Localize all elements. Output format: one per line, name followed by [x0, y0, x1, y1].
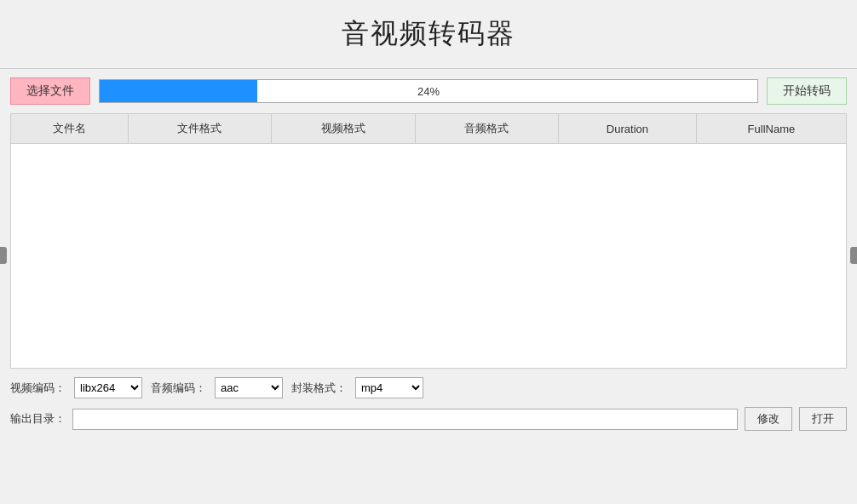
- col-header-file-format: 文件格式: [128, 114, 271, 144]
- codec-row: 视频编码： libx264 libx265 mpeg4 vp9 音频编码： aa…: [10, 377, 847, 398]
- output-dir-label: 输出目录：: [10, 411, 66, 427]
- start-transcode-button[interactable]: 开始转码: [767, 77, 847, 105]
- bottom-controls: 视频编码： libx264 libx265 mpeg4 vp9 音频编码： aa…: [0, 369, 857, 436]
- col-header-fullname: FullName: [696, 114, 846, 144]
- video-codec-select[interactable]: libx264 libx265 mpeg4 vp9: [74, 377, 142, 398]
- select-file-button[interactable]: 选择文件: [10, 77, 90, 105]
- output-row: 输出目录： 修改 打开: [10, 407, 847, 431]
- audio-codec-select[interactable]: aac mp3 opus flac: [215, 377, 283, 398]
- progress-text: 24%: [100, 80, 757, 102]
- video-codec-label: 视频编码：: [10, 381, 66, 396]
- table-header-row: 文件名 文件格式 视频格式 音频格式 Duration FullName: [11, 114, 846, 144]
- container-label: 封装格式：: [291, 381, 347, 396]
- col-header-video-format: 视频格式: [272, 114, 415, 144]
- progress-bar-container: 24%: [99, 79, 758, 103]
- file-table: 文件名 文件格式 视频格式 音频格式 Duration FullName: [11, 114, 846, 144]
- file-table-container: 文件名 文件格式 视频格式 音频格式 Duration FullName: [10, 113, 847, 369]
- container-select[interactable]: mp4 mkv avi mov flv: [355, 377, 423, 398]
- app-header: 音视频转码器: [0, 0, 857, 69]
- open-button[interactable]: 打开: [799, 407, 847, 431]
- col-header-audio-format: 音频格式: [415, 114, 558, 144]
- col-header-duration: Duration: [559, 114, 697, 144]
- audio-codec-label: 音频编码：: [151, 381, 206, 396]
- output-dir-input[interactable]: [72, 409, 738, 430]
- right-edge-marker: [850, 247, 857, 264]
- toolbar: 选择文件 24% 开始转码: [0, 69, 857, 113]
- left-edge-marker: [0, 247, 7, 264]
- modify-button[interactable]: 修改: [745, 407, 792, 431]
- col-header-filename: 文件名: [11, 114, 128, 144]
- app-title: 音视频转码器: [342, 18, 515, 49]
